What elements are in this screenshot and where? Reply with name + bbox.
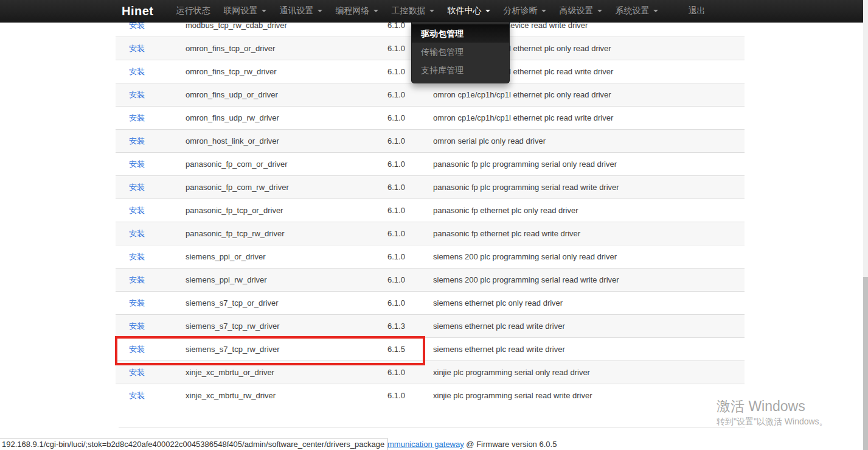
driver-name: omron_fins_udp_or_driver [186,90,387,99]
install-link[interactable]: 安装 [129,252,145,261]
driver-version: 6.1.0 [387,206,433,215]
firmware-version-text: @ Firmware version 6.0.5 [464,440,557,449]
driver-description: siemens ethernet plc only read driver [433,298,745,308]
install-link[interactable]: 安装 [129,67,145,76]
driver-name: siemens_s7_tcp_rw_driver [186,345,387,354]
watermark-subtitle: 转到"设置"以激活 Windows。 [717,417,828,427]
chevron-down-icon [653,10,658,12]
nav-label-analysis-diagnosis: 分析诊断 [504,5,538,16]
status-bar-url: 192.168.9.1/cgi-bin/luci/;stok=b2d8c420a… [0,438,387,450]
driver-name: siemens_ppi_or_driver [186,252,387,261]
driver-version: 6.1.0 [387,298,433,308]
chevron-down-icon [262,10,266,12]
driver-description: xinjie plc programming serial read write… [433,391,745,400]
driver-description: panasonic fp ethernet plc read write dri… [433,229,745,238]
driver-version: 6.1.0 [387,252,433,261]
nav-label-comm-setup: 通讯设置 [280,5,314,16]
table-row: 安装 xinje_xc_mbrtu_or_driver 6.1.0 xinjie… [116,360,745,384]
install-link[interactable]: 安装 [129,160,145,169]
driver-version: 6.1.0 [387,183,433,192]
nav-label-system-settings: 系统设置 [616,5,650,16]
driver-description: siemens ethernet plc read write driver [433,345,745,354]
software-center-dropdown-menu: 驱动包管理传输包管理支持库管理 [411,22,510,83]
nav-label-programming-network: 编程网络 [336,5,370,16]
install-link[interactable]: 安装 [129,136,145,146]
driver-version: 6.1.0 [387,136,433,146]
scrollbar-thumb[interactable] [863,277,868,450]
nav-label-logout: 退出 [689,5,706,16]
driver-description: siemens ethernet plc read write driver [433,322,745,331]
driver-name: xinje_xc_mbrtu_rw_driver [186,391,387,400]
nav-item-advanced-settings[interactable]: 高级设置 [553,0,609,22]
install-link[interactable]: 安装 [129,44,145,53]
nav-label-network-setup: 联网设置 [224,5,258,16]
nav-label-software-center: 软件中心 [448,5,482,16]
driver-name: omron_fins_tcp_or_driver [186,44,387,53]
install-link[interactable]: 安装 [129,298,145,308]
driver-name: siemens_s7_tcp_rw_driver [186,322,387,331]
table-row: 安装 siemens_ppi_or_driver 6.1.0 siemens 2… [116,245,745,268]
nav-item-network-setup[interactable]: 联网设置 [217,0,273,22]
table-row: 安装 omron_host_link_or_driver 6.1.0 omron… [116,129,745,152]
driver-description: panasonic fp ethernet plc only read driv… [433,206,745,215]
driver-version: 6.1.0 [387,113,433,122]
driver-name: siemens_s7_tcp_or_driver [186,298,387,308]
page: Hinet 运行状态联网设置通讯设置编程网络工控数据软件中心分析诊断高级设置系统… [0,0,868,450]
chevron-down-icon [373,10,378,12]
install-link[interactable]: 安装 [129,391,145,400]
table-row: 安装 panasonic_fp_tcp_rw_driver 6.1.0 pana… [116,222,745,245]
driver-description: panasonic fp plc programming serial read… [433,183,745,192]
driver-version: 6.1.0 [387,229,433,238]
driver-version: 6.1.3 [387,322,433,331]
nav-item-programming-network[interactable]: 编程网络 [329,0,385,22]
table-row: 安装 siemens_s7_tcp_rw_driver 6.1.5 siemen… [116,337,745,360]
main-menu: 运行状态联网设置通讯设置编程网络工控数据软件中心分析诊断高级设置系统设置退出 [170,0,712,22]
nav-item-run-status[interactable]: 运行状态 [170,0,217,22]
install-link[interactable]: 安装 [129,345,145,354]
dropdown-item-transfer-package[interactable]: 传输包管理 [412,43,509,61]
install-link[interactable]: 安装 [129,322,145,331]
dropdown-item-driver-package[interactable]: 驱动包管理 [412,24,509,43]
driver-name: panasonic_fp_com_or_driver [186,160,387,169]
driver-version: 6.1.0 [387,160,433,169]
install-link[interactable]: 安装 [129,183,145,192]
nav-item-industrial-data[interactable]: 工控数据 [385,0,441,22]
nav-item-comm-setup[interactable]: 通讯设置 [273,0,329,22]
driver-version: 6.1.0 [387,275,433,284]
driver-description: omron cp1e/cp1h/cp1l ethernet plc read w… [433,113,745,122]
driver-name: panasonic_fp_com_rw_driver [186,183,387,192]
nav-item-analysis-diagnosis[interactable]: 分析诊断 [497,0,553,22]
nav-item-system-settings[interactable]: 系统设置 [609,0,665,22]
nav-label-advanced-settings: 高级设置 [560,5,594,16]
install-link[interactable]: 安装 [129,368,145,377]
driver-name: omron_fins_udp_rw_driver [186,113,387,122]
driver-description: xinjie plc programming serial only read … [433,368,745,377]
install-link[interactable]: 安装 [129,229,145,238]
install-link[interactable]: 安装 [129,206,145,215]
install-link[interactable]: 安装 [129,90,145,99]
driver-description: siemens 200 plc programming serial read … [433,275,745,284]
table-row: 安装 siemens_ppi_rw_driver 6.1.0 siemens 2… [116,268,745,291]
driver-description: omron serial plc only read driver [433,136,745,146]
table-row: 安装 siemens_s7_tcp_rw_driver 6.1.3 siemen… [116,314,745,337]
driver-name: panasonic_fp_tcp_rw_driver [186,229,387,238]
driver-description: panasonic fp plc programming serial only… [433,160,745,169]
nav-item-logout[interactable]: 退出 [682,0,712,22]
driver-version: 6.1.5 [387,345,433,354]
footer-divider [119,427,745,428]
driver-description: siemens 200 plc programming serial only … [433,252,745,261]
install-link[interactable]: 安装 [129,113,145,122]
driver-name: panasonic_fp_tcp_or_driver [186,206,387,215]
nav-item-software-center[interactable]: 软件中心 [441,0,497,22]
gateway-link[interactable]: mmunication gateway [387,440,464,449]
driver-version: 6.1.0 [387,391,433,400]
table-row: 安装 panasonic_fp_tcp_or_driver 6.1.0 pana… [116,199,745,222]
install-link[interactable]: 安装 [129,275,145,284]
top-navbar: Hinet 运行状态联网设置通讯设置编程网络工控数据软件中心分析诊断高级设置系统… [0,0,863,23]
dropdown-item-support-library[interactable]: 支持库管理 [412,61,509,79]
brand-logo[interactable]: Hinet [122,4,154,18]
driver-name: omron_host_link_or_driver [186,136,387,146]
driver-version: 6.1.0 [387,90,433,99]
driver-name: omron_fins_tcp_rw_driver [186,67,387,76]
chevron-down-icon [485,10,490,12]
